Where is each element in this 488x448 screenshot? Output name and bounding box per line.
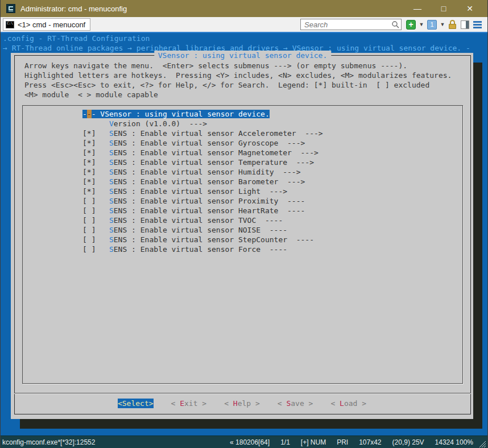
status-process: kconfig-mconf.exe*[*32]:12552	[2, 438, 95, 446]
dialog-title: VSensor : using virtual sensor device.	[154, 51, 331, 60]
button-save[interactable]: < Save >	[278, 399, 313, 408]
window-controls: — □ ✕	[404, 4, 483, 13]
button-load[interactable]: < Load >	[330, 399, 366, 408]
search-box	[300, 19, 402, 30]
status-segment: [+] NUM	[301, 438, 326, 446]
kconfig-header-line: .config - RT-Thread Configuration	[3, 34, 150, 43]
title-bar: Administrator: cmd - menuconfig — □ ✕	[1, 0, 487, 17]
button-exit[interactable]: < Exit >	[171, 399, 207, 408]
tab-label: <1> cmd - menuconf	[18, 20, 85, 29]
menu-item[interactable]: [ ] SENS : Enable virtual sensor NOISE -…	[82, 225, 462, 235]
terminal-screen[interactable]: .config - RT-Thread Configuration → RT-T…	[1, 32, 487, 435]
menu-item[interactable]: [*] SENS : Enable virtual sensor Baromet…	[82, 177, 462, 186]
status-segments: « 180206[64]1/1[+] NUMPRI107x42(20,9) 25…	[230, 438, 473, 446]
menu-item[interactable]: [*] SENS : Enable virtual sensor Acceler…	[82, 128, 462, 138]
menu-item[interactable]: [*] SENS : Enable virtual sensor Gyrosco…	[82, 138, 462, 148]
menu-item[interactable]: Version (v1.0.0) --->	[82, 119, 462, 128]
dialog-instructions: Arrow keys navigate the menu. <Enter> se…	[24, 61, 452, 99]
resize-grip[interactable]	[479, 441, 486, 448]
conemu-app-icon-glyph	[9, 6, 13, 10]
status-segment: 107x42	[359, 438, 381, 446]
status-segment: 14324 100%	[435, 438, 473, 446]
status-segment: « 180206[64]	[230, 438, 270, 446]
status-segment: PRI	[337, 438, 348, 446]
search-icon	[391, 20, 399, 28]
window-select-dropdown-icon[interactable]: ▼	[439, 22, 446, 27]
window-title: Administrator: cmd - menuconfig	[20, 5, 404, 13]
window-select-button[interactable]: 1	[427, 20, 437, 30]
instruction-line: Arrow keys navigate the menu. <Enter> se…	[24, 61, 452, 70]
menuconfig-dialog: VSensor : using virtual sensor device. A…	[11, 53, 473, 419]
conemu-app-icon	[6, 4, 15, 13]
status-segment: (20,9) 25V	[392, 438, 424, 446]
instruction-line: Highlighted letters are hotkeys. Pressin…	[24, 70, 452, 80]
lock-body	[449, 24, 456, 29]
new-console-button[interactable]: +	[406, 20, 416, 30]
menu-item[interactable]: [*] SENS : Enable virtual sensor Humidit…	[82, 167, 462, 177]
new-console-dropdown-icon[interactable]: ▼	[418, 22, 425, 27]
status-segment: 1/1	[280, 438, 290, 446]
menu-hamburger-icon[interactable]	[473, 21, 482, 28]
menu-box: --- VSensor : using virtual sensor devic…	[22, 105, 463, 384]
menu-item[interactable]: [ ] SENS : Enable virtual sensor StepCou…	[82, 235, 462, 244]
cursor: -	[87, 110, 92, 118]
split-panes-icon[interactable]	[461, 20, 469, 29]
menu-item[interactable]: [ ] SENS : Enable virtual sensor HeartRa…	[82, 206, 462, 215]
close-button[interactable]: ✕	[457, 4, 483, 13]
dialog-buttons: <Select>< Exit >< Help >< Save >< Load >	[11, 399, 473, 408]
button-select[interactable]: <Select>	[118, 399, 154, 408]
cmd-icon: C:\	[6, 21, 14, 28]
instruction-line: <M> module < > module capable	[24, 90, 452, 99]
menu-item[interactable]: [*] SENS : Enable virtual sensor Light -…	[82, 186, 462, 196]
menu-item[interactable]: [ ] SENS : Enable virtual sensor TVOC --…	[82, 215, 462, 225]
conemu-window: Administrator: cmd - menuconfig — □ ✕ C:…	[0, 0, 488, 448]
minimize-button[interactable]: —	[404, 4, 431, 13]
menu-item[interactable]: --- VSensor : using virtual sensor devic…	[82, 109, 462, 119]
lock-icon[interactable]	[448, 20, 457, 30]
menu-list: --- VSensor : using virtual sensor devic…	[23, 106, 462, 254]
button-help[interactable]: < Help >	[224, 399, 260, 408]
menu-item[interactable]: [ ] SENS : Enable virtual sensor Proximi…	[82, 196, 462, 206]
menu-item[interactable]: [*] SENS : Enable virtual sensor Tempera…	[82, 157, 462, 167]
maximize-button[interactable]: □	[431, 4, 457, 13]
tab-bar: C:\ <1> cmd - menuconf + ▼ 1 ▼	[1, 17, 487, 32]
conemu-app-icon-glyph2	[9, 11, 13, 11]
tab-cmd-menuconf[interactable]: C:\ <1> cmd - menuconf	[3, 18, 90, 31]
button-separator	[14, 393, 471, 394]
status-bar: kconfig-mconf.exe*[*32]:12552 « 180206[6…	[1, 435, 487, 448]
instruction-line: Press <Esc><Esc> to exit, <?> for Help, …	[24, 80, 452, 90]
search-input[interactable]	[300, 19, 402, 30]
menu-item[interactable]: [*] SENS : Enable virtual sensor Magneto…	[82, 148, 462, 157]
menu-item[interactable]: [ ] SENS : Enable virtual sensor Force -…	[82, 244, 462, 254]
